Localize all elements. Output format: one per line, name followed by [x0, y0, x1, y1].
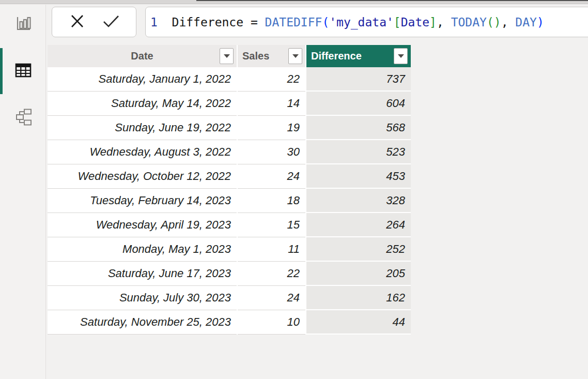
sales-cell[interactable]: 15 — [238, 213, 305, 237]
dax-token: ) — [537, 16, 544, 29]
chevron-down-icon — [292, 54, 299, 58]
formula-action-buttons — [52, 7, 136, 37]
date-cell[interactable]: Wednesday, October 12, 2022 — [48, 164, 237, 189]
close-icon — [68, 12, 86, 32]
date-cell[interactable]: Saturday, November 25, 2023 — [48, 310, 237, 335]
difference-cell[interactable]: 205 — [306, 262, 411, 286]
dax-token: 'my_data' — [329, 16, 394, 29]
bar-chart-icon — [14, 15, 32, 34]
difference-filter-button[interactable] — [394, 48, 408, 64]
sales-cell[interactable]: 11 — [238, 237, 305, 262]
table-row: Sunday, July 30, 2023 24 162 — [48, 286, 411, 310]
model-diagram-icon — [14, 108, 33, 128]
table-row: Saturday, January 1, 2022 22 737 — [48, 67, 411, 92]
date-cell[interactable]: Wednesday, April 19, 2023 — [48, 213, 237, 237]
dax-token: , — [437, 16, 451, 29]
dax-formula-bar[interactable]: 1 Difference = DATEDIFF('my_data'[Date],… — [145, 7, 588, 37]
sidebar-item-report-view[interactable] — [0, 12, 46, 37]
window-edge-line — [196, 0, 588, 1]
column-header-sales[interactable]: Sales — [238, 45, 305, 67]
difference-cell[interactable]: 568 — [306, 116, 411, 140]
sales-filter-button[interactable] — [288, 48, 302, 64]
formula-line-number: 1 — [150, 16, 158, 29]
table-row: Tuesday, February 14, 2023 18 328 — [48, 189, 411, 213]
column-header-label: Date — [131, 50, 153, 62]
column-header-label: Sales — [242, 50, 269, 62]
view-switcher-sidebar — [0, 5, 46, 379]
date-cell[interactable]: Sunday, July 30, 2023 — [48, 286, 237, 310]
table-header-row: Date Sales Difference — [48, 45, 411, 67]
dax-token: [ — [394, 16, 401, 29]
dax-token: Difference — [172, 16, 243, 29]
sales-cell[interactable]: 22 — [238, 67, 305, 92]
table-row: Saturday, November 25, 2023 10 44 — [48, 310, 411, 335]
sales-cell[interactable]: 30 — [238, 140, 305, 164]
cancel-formula-button[interactable] — [67, 12, 87, 33]
sidebar-item-model-view[interactable] — [0, 105, 46, 130]
dax-token: = — [243, 16, 265, 29]
table-row: Wednesday, October 12, 2022 24 453 — [48, 164, 411, 189]
date-cell[interactable]: Wednesday, August 3, 2022 — [48, 140, 237, 164]
sales-cell[interactable]: 19 — [238, 116, 305, 140]
chevron-down-icon — [224, 54, 230, 58]
dax-token: Date — [401, 16, 429, 29]
sales-cell[interactable]: 14 — [238, 92, 305, 116]
difference-cell[interactable]: 604 — [306, 92, 411, 116]
check-icon — [101, 12, 121, 32]
table-grid-icon — [14, 62, 33, 81]
powerbi-data-view: 1 Difference = DATEDIFF('my_data'[Date],… — [0, 0, 588, 379]
table-row: Wednesday, August 3, 2022 30 523 — [48, 140, 411, 164]
sales-cell[interactable]: 24 — [238, 164, 305, 189]
sidebar-item-data-view[interactable] — [0, 58, 46, 83]
dax-token: ) — [494, 16, 501, 29]
difference-cell[interactable]: 737 — [306, 67, 411, 92]
date-cell[interactable]: Sunday, June 19, 2022 — [48, 116, 237, 140]
difference-cell[interactable]: 523 — [306, 140, 411, 164]
table-row: Monday, May 1, 2023 11 252 — [48, 237, 411, 262]
dax-token: ] — [429, 16, 437, 29]
sales-cell[interactable]: 18 — [238, 189, 305, 213]
date-cell[interactable]: Tuesday, February 14, 2023 — [48, 189, 237, 213]
commit-formula-button[interactable] — [101, 12, 121, 33]
difference-cell[interactable]: 44 — [306, 310, 411, 335]
difference-cell[interactable]: 252 — [306, 237, 411, 262]
sales-cell[interactable]: 22 — [238, 262, 305, 286]
table-row: Sunday, June 19, 2022 19 568 — [48, 116, 411, 140]
difference-cell[interactable]: 264 — [306, 213, 411, 237]
top-strip — [0, 0, 588, 4]
table-row: Saturday, May 14, 2022 14 604 — [48, 92, 411, 116]
dax-token: DAY — [515, 16, 537, 29]
date-filter-button[interactable] — [220, 48, 234, 64]
column-header-difference[interactable]: Difference — [306, 45, 411, 67]
difference-cell[interactable]: 328 — [306, 189, 411, 213]
dax-token: DATEDIFF — [265, 16, 322, 29]
dax-token: TODAY — [451, 16, 487, 29]
date-cell[interactable]: Saturday, May 14, 2022 — [48, 92, 237, 116]
data-table: Date Sales Difference — [48, 45, 411, 335]
data-view-main: 1 Difference = DATEDIFF('my_data'[Date],… — [47, 5, 588, 379]
table-body: Saturday, January 1, 2022 22 737 Saturda… — [48, 67, 411, 335]
dax-token: ( — [322, 16, 329, 29]
date-cell[interactable]: Saturday, June 17, 2023 — [48, 262, 237, 286]
difference-cell[interactable]: 162 — [306, 286, 411, 310]
difference-cell[interactable]: 453 — [306, 164, 411, 189]
dax-formula-text: Difference = DATEDIFF('my_data'[Date], T… — [172, 16, 544, 29]
dax-token: , — [501, 16, 516, 29]
table-row: Saturday, June 17, 2023 22 205 — [48, 262, 411, 286]
column-header-label: Difference — [311, 50, 362, 62]
date-cell[interactable]: Saturday, January 1, 2022 — [48, 67, 237, 92]
chevron-down-icon — [398, 54, 404, 58]
dax-token: ( — [487, 16, 494, 29]
table-row: Wednesday, April 19, 2023 15 264 — [48, 213, 411, 237]
sales-cell[interactable]: 10 — [238, 310, 305, 335]
column-header-date[interactable]: Date — [48, 45, 237, 67]
sales-cell[interactable]: 24 — [238, 286, 305, 310]
date-cell[interactable]: Monday, May 1, 2023 — [48, 237, 237, 262]
